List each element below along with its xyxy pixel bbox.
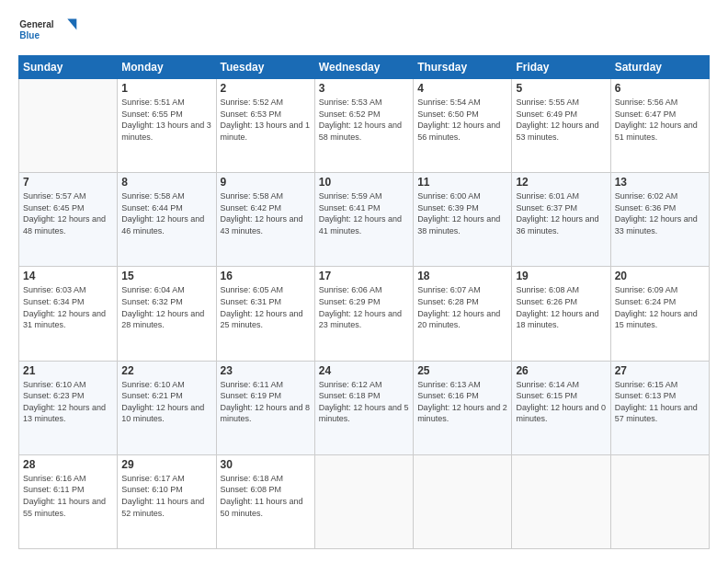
- day-info: Sunrise: 6:04 AMSunset: 6:32 PMDaylight:…: [121, 284, 211, 330]
- day-info: Sunrise: 6:17 AMSunset: 6:10 PMDaylight:…: [121, 473, 211, 519]
- day-number: 9: [221, 176, 311, 189]
- calendar-week-row: 1Sunrise: 5:51 AMSunset: 6:55 PMDaylight…: [19, 79, 710, 173]
- calendar-week-row: 21Sunrise: 6:10 AMSunset: 6:23 PMDayligh…: [19, 361, 710, 454]
- day-info: Sunrise: 6:05 AMSunset: 6:31 PMDaylight:…: [221, 284, 311, 330]
- day-info: Sunrise: 5:58 AMSunset: 6:44 PMDaylight:…: [121, 190, 211, 236]
- svg-text:Blue: Blue: [19, 30, 40, 40]
- calendar-day-cell: 22Sunrise: 6:10 AMSunset: 6:21 PMDayligh…: [118, 361, 216, 454]
- day-info: Sunrise: 6:00 AMSunset: 6:39 PMDaylight:…: [417, 190, 507, 236]
- day-number: 18: [417, 270, 507, 282]
- calendar-week-row: 14Sunrise: 6:03 AMSunset: 6:34 PMDayligh…: [19, 267, 710, 361]
- calendar-week-row: 7Sunrise: 5:57 AMSunset: 6:45 PMDaylight…: [19, 173, 710, 267]
- calendar-day-cell: 9Sunrise: 5:58 AMSunset: 6:42 PMDaylight…: [216, 173, 314, 267]
- day-info: Sunrise: 6:09 AMSunset: 6:24 PMDaylight:…: [615, 284, 705, 330]
- calendar-day-cell: 6Sunrise: 5:56 AMSunset: 6:47 PMDaylight…: [610, 79, 709, 173]
- day-info: Sunrise: 6:12 AMSunset: 6:18 PMDaylight:…: [319, 379, 409, 425]
- weekday-header: Saturday: [610, 56, 709, 79]
- calendar-day-cell: 15Sunrise: 6:04 AMSunset: 6:32 PMDayligh…: [118, 267, 216, 361]
- day-number: 8: [121, 176, 211, 189]
- day-number: 1: [121, 82, 211, 95]
- weekday-header: Friday: [512, 56, 610, 79]
- day-number: 10: [319, 176, 409, 189]
- day-number: 13: [615, 176, 705, 189]
- day-number: 29: [121, 458, 211, 471]
- day-number: 24: [319, 364, 409, 377]
- day-info: Sunrise: 6:15 AMSunset: 6:13 PMDaylight:…: [615, 379, 705, 425]
- calendar-day-cell: [314, 454, 413, 548]
- weekday-header: Sunday: [19, 56, 118, 79]
- day-info: Sunrise: 6:13 AMSunset: 6:16 PMDaylight:…: [417, 379, 507, 425]
- weekday-header: Tuesday: [216, 56, 314, 79]
- day-number: 7: [23, 176, 113, 189]
- weekday-header: Monday: [118, 56, 216, 79]
- day-number: 28: [23, 458, 113, 471]
- day-info: Sunrise: 6:01 AMSunset: 6:37 PMDaylight:…: [516, 190, 606, 236]
- day-number: 16: [221, 270, 311, 282]
- day-number: 2: [221, 82, 311, 95]
- day-number: 30: [221, 458, 311, 471]
- day-number: 25: [417, 364, 507, 377]
- calendar-day-cell: 17Sunrise: 6:06 AMSunset: 6:29 PMDayligh…: [314, 267, 413, 361]
- calendar-day-cell: 2Sunrise: 5:52 AMSunset: 6:53 PMDaylight…: [216, 79, 314, 173]
- day-info: Sunrise: 6:18 AMSunset: 6:08 PMDaylight:…: [221, 473, 311, 519]
- header: GeneralBlue: [18, 14, 710, 46]
- day-number: 17: [319, 270, 409, 282]
- day-info: Sunrise: 5:55 AMSunset: 6:49 PMDaylight:…: [516, 97, 606, 143]
- day-info: Sunrise: 6:11 AMSunset: 6:19 PMDaylight:…: [221, 379, 311, 425]
- calendar-day-cell: 10Sunrise: 5:59 AMSunset: 6:41 PMDayligh…: [314, 173, 413, 267]
- calendar-day-cell: 16Sunrise: 6:05 AMSunset: 6:31 PMDayligh…: [216, 267, 314, 361]
- day-number: 11: [417, 176, 507, 189]
- page: GeneralBlue SundayMondayTuesdayWednesday…: [0, 0, 728, 563]
- day-info: Sunrise: 5:59 AMSunset: 6:41 PMDaylight:…: [319, 190, 409, 236]
- svg-text:General: General: [19, 20, 53, 30]
- day-info: Sunrise: 6:06 AMSunset: 6:29 PMDaylight:…: [319, 284, 409, 330]
- calendar-day-cell: 3Sunrise: 5:53 AMSunset: 6:52 PMDaylight…: [314, 79, 413, 173]
- day-number: 3: [319, 82, 409, 95]
- day-info: Sunrise: 5:56 AMSunset: 6:47 PMDaylight:…: [615, 97, 705, 143]
- calendar-day-cell: 7Sunrise: 5:57 AMSunset: 6:45 PMDaylight…: [19, 173, 118, 267]
- calendar-day-cell: 18Sunrise: 6:07 AMSunset: 6:28 PMDayligh…: [414, 267, 512, 361]
- calendar-day-cell: 11Sunrise: 6:00 AMSunset: 6:39 PMDayligh…: [414, 173, 512, 267]
- calendar-day-cell: 20Sunrise: 6:09 AMSunset: 6:24 PMDayligh…: [610, 267, 709, 361]
- logo: GeneralBlue: [18, 14, 92, 46]
- calendar-day-cell: 23Sunrise: 6:11 AMSunset: 6:19 PMDayligh…: [216, 361, 314, 454]
- calendar-day-cell: 8Sunrise: 5:58 AMSunset: 6:44 PMDaylight…: [118, 173, 216, 267]
- calendar-day-cell: 28Sunrise: 6:16 AMSunset: 6:11 PMDayligh…: [19, 454, 118, 548]
- calendar-header-row: SundayMondayTuesdayWednesdayThursdayFrid…: [19, 56, 710, 79]
- day-number: 21: [23, 364, 113, 377]
- calendar-day-cell: 19Sunrise: 6:08 AMSunset: 6:26 PMDayligh…: [512, 267, 610, 361]
- calendar-day-cell: 13Sunrise: 6:02 AMSunset: 6:36 PMDayligh…: [610, 173, 709, 267]
- calendar-day-cell: 5Sunrise: 5:55 AMSunset: 6:49 PMDaylight…: [512, 79, 610, 173]
- calendar-day-cell: 29Sunrise: 6:17 AMSunset: 6:10 PMDayligh…: [118, 454, 216, 548]
- day-number: 12: [516, 176, 606, 189]
- calendar-day-cell: 4Sunrise: 5:54 AMSunset: 6:50 PMDaylight…: [414, 79, 512, 173]
- calendar-table: SundayMondayTuesdayWednesdayThursdayFrid…: [18, 55, 710, 549]
- day-info: Sunrise: 6:16 AMSunset: 6:11 PMDaylight:…: [23, 473, 113, 519]
- calendar-week-row: 28Sunrise: 6:16 AMSunset: 6:11 PMDayligh…: [19, 454, 710, 548]
- day-info: Sunrise: 5:51 AMSunset: 6:55 PMDaylight:…: [121, 97, 211, 143]
- day-number: 14: [23, 270, 113, 282]
- day-info: Sunrise: 5:52 AMSunset: 6:53 PMDaylight:…: [221, 97, 311, 143]
- day-info: Sunrise: 5:54 AMSunset: 6:50 PMDaylight:…: [417, 97, 507, 143]
- day-number: 6: [615, 82, 705, 95]
- calendar-day-cell: 24Sunrise: 6:12 AMSunset: 6:18 PMDayligh…: [314, 361, 413, 454]
- day-info: Sunrise: 5:57 AMSunset: 6:45 PMDaylight:…: [23, 190, 113, 236]
- day-info: Sunrise: 6:03 AMSunset: 6:34 PMDaylight:…: [23, 284, 113, 330]
- calendar-day-cell: 30Sunrise: 6:18 AMSunset: 6:08 PMDayligh…: [216, 454, 314, 548]
- svg-marker-2: [67, 19, 76, 30]
- day-info: Sunrise: 6:02 AMSunset: 6:36 PMDaylight:…: [615, 190, 705, 236]
- day-info: Sunrise: 6:08 AMSunset: 6:26 PMDaylight:…: [516, 284, 606, 330]
- day-info: Sunrise: 5:58 AMSunset: 6:42 PMDaylight:…: [221, 190, 311, 236]
- calendar-day-cell: [512, 454, 610, 548]
- logo-icon: GeneralBlue: [18, 14, 92, 46]
- calendar-day-cell: [414, 454, 512, 548]
- weekday-header: Wednesday: [314, 56, 413, 79]
- day-number: 22: [121, 364, 211, 377]
- calendar-day-cell: 27Sunrise: 6:15 AMSunset: 6:13 PMDayligh…: [610, 361, 709, 454]
- calendar-day-cell: 21Sunrise: 6:10 AMSunset: 6:23 PMDayligh…: [19, 361, 118, 454]
- calendar-day-cell: [19, 79, 118, 173]
- day-number: 15: [121, 270, 211, 282]
- day-number: 20: [615, 270, 705, 282]
- calendar-day-cell: 12Sunrise: 6:01 AMSunset: 6:37 PMDayligh…: [512, 173, 610, 267]
- day-info: Sunrise: 6:14 AMSunset: 6:15 PMDaylight:…: [516, 379, 606, 425]
